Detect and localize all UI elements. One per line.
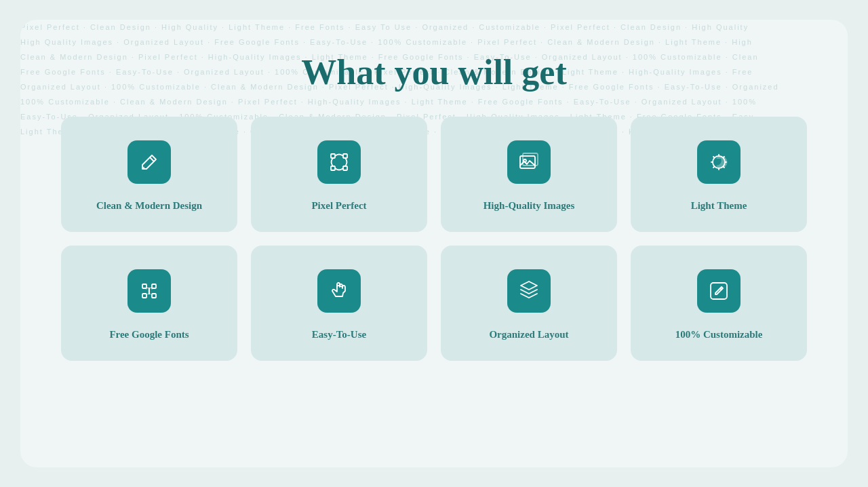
- page-wrapper: Pixel Perfect · Clean Design · High Qual…: [20, 20, 848, 467]
- page-title: What you will get: [301, 52, 566, 92]
- card-easy-to-use: Easy-To-Use: [251, 246, 427, 361]
- icon-wrapper-vector: [317, 140, 361, 184]
- design-icon: [138, 151, 160, 173]
- card-label-organized-layout: Organized Layout: [489, 329, 568, 340]
- icon-wrapper-fonts: T: [127, 269, 171, 313]
- card-label-free-google-fonts: Free Google Fonts: [109, 329, 189, 340]
- card-label-clean-modern-design: Clean & Modern Design: [96, 200, 202, 212]
- svg-point-0: [143, 167, 144, 168]
- card-customizable: 100% Customizable: [631, 246, 807, 361]
- icon-wrapper-design: [127, 140, 171, 184]
- card-clean-modern-design: Clean & Modern Design: [61, 117, 237, 232]
- card-label-customizable: 100% Customizable: [675, 329, 763, 340]
- icon-wrapper-touch: [317, 269, 361, 313]
- card-label-high-quality-images: High-Quality Images: [484, 200, 575, 212]
- theme-icon: [708, 151, 730, 173]
- svg-rect-12: [152, 294, 156, 298]
- edit-icon: [708, 280, 730, 302]
- layers-icon: [518, 280, 540, 302]
- card-high-quality-images: High-Quality Images: [441, 117, 617, 232]
- svg-text:T: T: [146, 286, 153, 296]
- card-pixel-perfect: Pixel Perfect: [251, 117, 427, 232]
- vector-icon: [328, 151, 350, 173]
- card-label-light-theme: Light Theme: [691, 200, 747, 212]
- images-icon: [518, 151, 540, 173]
- card-label-easy-to-use: Easy-To-Use: [312, 329, 366, 340]
- icon-wrapper-layers: [507, 269, 551, 313]
- svg-rect-14: [711, 283, 727, 299]
- card-label-pixel-perfect: Pixel Perfect: [311, 200, 366, 212]
- card-light-theme: Light Theme: [631, 117, 807, 232]
- cards-grid: Clean & Modern Design Pixel Perfect: [61, 117, 807, 361]
- icon-wrapper-edit: [697, 269, 741, 313]
- icon-wrapper-theme: [697, 140, 741, 184]
- icon-wrapper-images: [507, 140, 551, 184]
- fonts-icon: T: [138, 280, 160, 302]
- card-free-google-fonts: T Free Google Fonts: [61, 246, 237, 361]
- svg-rect-10: [152, 284, 156, 288]
- card-organized-layout: Organized Layout: [441, 246, 617, 361]
- touch-icon: [328, 280, 350, 302]
